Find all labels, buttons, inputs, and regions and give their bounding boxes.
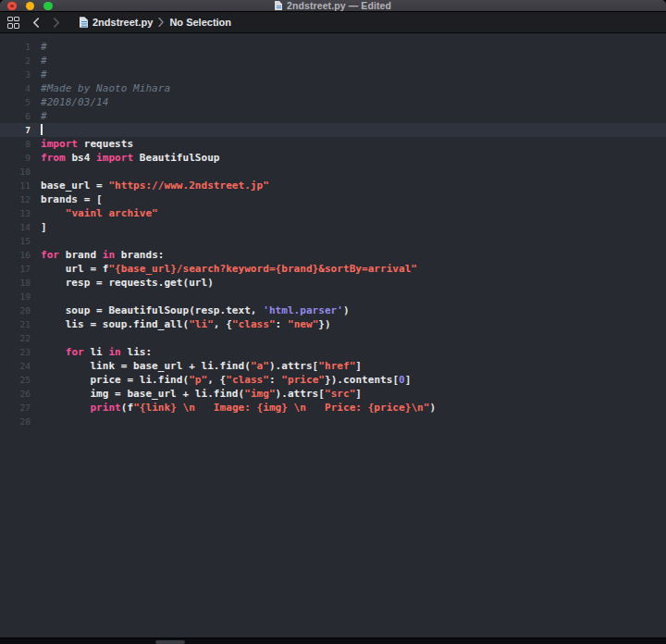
code-line[interactable]: 20 soup = BeautifulSoup(resp.text, 'html… [0, 303, 666, 317]
code-text: brands = [ [41, 192, 103, 206]
code-line[interactable]: 3# [0, 68, 666, 81]
line-number[interactable]: 20 [0, 303, 31, 317]
line-number[interactable]: 12 [0, 192, 31, 206]
code-line[interactable]: 6# [0, 109, 666, 123]
line-number[interactable]: 9 [0, 151, 31, 165]
close-button[interactable] [7, 2, 17, 11]
code-area: 1#2#3#4#Made by Naoto Mihara5#2018/03/14… [0, 40, 666, 428]
minimize-button[interactable] [26, 2, 35, 11]
code-line[interactable]: 19 [0, 290, 666, 303]
code-line[interactable]: 11base_url = "https://www.2ndstreet.jp" [0, 179, 666, 192]
code-line[interactable]: 2# [0, 54, 666, 68]
line-number[interactable]: 4 [0, 81, 31, 95]
line-number[interactable]: 1 [0, 40, 31, 54]
code-line[interactable]: 17 url = f"{base_url}/search?keyword={br… [0, 262, 666, 276]
line-number[interactable]: 23 [0, 345, 31, 359]
line-number[interactable]: 24 [0, 359, 31, 373]
code-text: base_url = "https://www.2ndstreet.jp" [41, 179, 269, 192]
code-text: soup = BeautifulSoup(resp.text, 'html.pa… [41, 303, 350, 317]
code-line[interactable]: 14] [0, 220, 666, 234]
line-number[interactable]: 7 [0, 123, 31, 137]
code-line[interactable]: 28 [0, 415, 666, 428]
bottom-bar [0, 638, 666, 644]
text-cursor [41, 124, 43, 135]
line-number[interactable]: 26 [0, 387, 31, 401]
code-text: import requests [41, 137, 133, 151]
line-number[interactable]: 17 [0, 262, 31, 276]
code-line[interactable]: 21 lis = soup.find_all("li", {"class": "… [0, 317, 666, 331]
code-line[interactable]: 13 "vainl archive" [0, 206, 666, 220]
document-icon [275, 1, 282, 10]
horizontal-scrollbar-thumb[interactable] [155, 640, 185, 644]
zoom-button[interactable] [43, 2, 53, 11]
code-line[interactable]: 10 [0, 165, 666, 179]
line-number[interactable]: 2 [0, 54, 31, 68]
code-text: for brand in brands: [41, 248, 165, 262]
code-text: ] [41, 220, 47, 234]
code-text: for li in lis: [41, 345, 152, 359]
line-number[interactable]: 11 [0, 179, 31, 192]
code-text [41, 123, 43, 137]
xcode-window: 2ndstreet.py — Edited 2ndstreet.py No Se… [0, 0, 666, 644]
code-line[interactable]: 5#2018/03/14 [0, 95, 666, 109]
line-number[interactable]: 22 [0, 331, 31, 345]
line-number[interactable]: 10 [0, 165, 31, 179]
code-text: #Made by Naoto Mihara [41, 81, 170, 95]
code-text: price = li.find("p", {"class": "price"})… [41, 373, 411, 387]
line-number[interactable]: 21 [0, 317, 31, 331]
code-line[interactable]: 8import requests [0, 137, 666, 151]
code-text: # [41, 109, 47, 123]
code-text: from bs4 import BeautifulSoup [41, 151, 220, 165]
line-number[interactable]: 14 [0, 220, 31, 234]
line-number[interactable]: 28 [0, 415, 31, 428]
jump-bar: 2ndstreet.py No Selection [0, 12, 666, 33]
line-number[interactable]: 3 [0, 68, 31, 81]
code-line[interactable]: 16for brand in brands: [0, 248, 666, 262]
forward-button[interactable] [50, 15, 63, 30]
python-file-icon [80, 17, 88, 28]
line-number[interactable]: 5 [0, 95, 31, 109]
code-line[interactable]: 25 price = li.find("p", {"class": "price… [0, 373, 666, 387]
code-line[interactable]: 18 resp = requests.get(url) [0, 276, 666, 290]
line-number[interactable]: 8 [0, 137, 31, 151]
line-number[interactable]: 27 [0, 401, 31, 415]
code-text: #2018/03/14 [41, 95, 108, 109]
code-line[interactable]: 12brands = [ [0, 192, 666, 206]
window-title-group: 2ndstreet.py — Edited [0, 0, 666, 11]
breadcrumb-file-name[interactable]: 2ndstreet.py [92, 17, 153, 28]
code-line[interactable]: 24 link = base_url + li.find("a").attrs[… [0, 359, 666, 373]
edited-dot-icon [10, 5, 14, 8]
code-text: print(f"{link} \n Image: {img} \n Price:… [41, 401, 436, 415]
code-line[interactable]: 7 [0, 123, 666, 137]
code-text: # [41, 54, 47, 68]
code-line[interactable]: 27 print(f"{link} \n Image: {img} \n Pri… [0, 401, 666, 415]
related-items-icon[interactable] [7, 17, 19, 29]
line-number[interactable]: 15 [0, 234, 31, 248]
back-button[interactable] [30, 15, 43, 30]
line-number[interactable]: 19 [0, 290, 31, 303]
breadcrumb-selection[interactable]: No Selection [169, 17, 231, 28]
code-text: "vainl archive" [41, 206, 158, 220]
code-line[interactable]: 26 img = base_url + li.find("img").attrs… [0, 387, 666, 401]
code-line[interactable]: 23 for li in lis: [0, 345, 666, 359]
code-line[interactable]: 4#Made by Naoto Mihara [0, 81, 666, 95]
code-text: # [41, 40, 47, 54]
code-line[interactable]: 15 [0, 234, 666, 248]
window-controls [7, 2, 53, 11]
code-line[interactable]: 9from bs4 import BeautifulSoup [0, 151, 666, 165]
breadcrumb-separator-icon [158, 18, 164, 27]
title-bar: 2ndstreet.py — Edited [0, 0, 666, 12]
code-text: link = base_url + li.find("a").attrs["hr… [41, 359, 362, 373]
code-line[interactable]: 22 [0, 331, 666, 345]
code-text: # [41, 68, 47, 81]
code-editor[interactable]: 1#2#3#4#Made by Naoto Mihara5#2018/03/14… [0, 33, 666, 638]
code-text: img = base_url + li.find("img").attrs["s… [41, 387, 362, 401]
chevron-left-icon [32, 18, 40, 28]
line-number[interactable]: 13 [0, 206, 31, 220]
line-number[interactable]: 6 [0, 109, 31, 123]
code-text: lis = soup.find_all("li", {"class": "new… [41, 317, 331, 331]
line-number[interactable]: 16 [0, 248, 31, 262]
code-line[interactable]: 1# [0, 40, 666, 54]
line-number[interactable]: 18 [0, 276, 31, 290]
line-number[interactable]: 25 [0, 373, 31, 387]
